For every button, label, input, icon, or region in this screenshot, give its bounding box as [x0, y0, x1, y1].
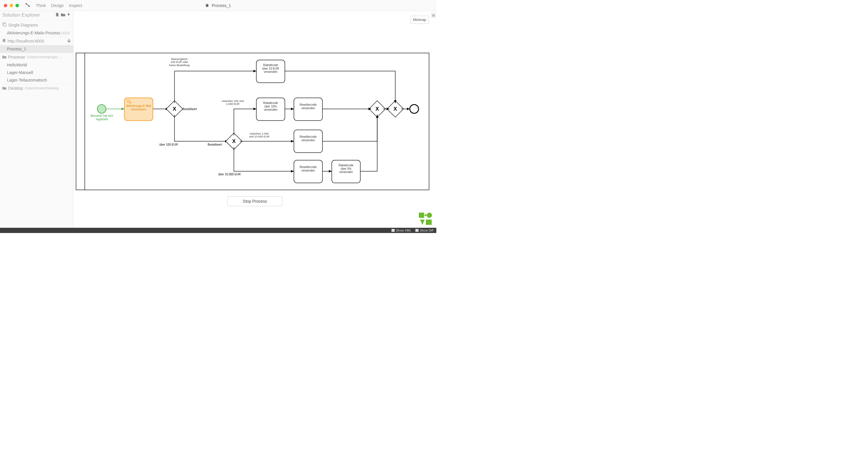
section-label: http://localhost:8000	[7, 39, 44, 43]
section-label: Desktop	[8, 86, 23, 91]
svg-text:X: X	[173, 106, 176, 112]
section-label: Single Diagrams	[8, 23, 38, 27]
end-event[interactable]	[410, 104, 418, 113]
app-icon	[25, 3, 31, 8]
start-event[interactable]	[97, 104, 106, 113]
sidebar-item-label: Process_1	[7, 46, 26, 51]
sidebar-section-single-diagrams[interactable]: Single Diagrams	[0, 21, 73, 29]
diff-icon	[415, 229, 418, 232]
menu-design[interactable]: Design	[51, 3, 64, 8]
task-label: Resellercode versenden	[295, 103, 321, 110]
gateway-bestellwert-1[interactable]: X	[166, 101, 183, 117]
task-label: Rabattcode über 5% versenden	[333, 164, 359, 174]
sidebar-section-prozesse[interactable]: Prozesse /Users/rrrene/projects/pe…	[0, 53, 73, 61]
svg-point-2	[206, 4, 209, 5]
editor-canvas-area[interactable]: ▤ Minimap Benutzer hat sich registriert …	[73, 11, 436, 228]
section-label: Prozesse	[8, 55, 25, 59]
task-label: Aktivierungs-E-Mail verschicken	[126, 104, 152, 111]
minimap-toggle[interactable]: Minimap	[410, 16, 429, 24]
svg-rect-5	[3, 24, 6, 26]
sidebar-item-helloworld[interactable]: HelloWorld	[0, 61, 73, 69]
sidebar-section-desktop[interactable]: Desktop /Users/rrrene/Desktop	[0, 84, 73, 92]
task-label: Resellercode versenden	[295, 135, 321, 142]
open-folder-icon[interactable]	[61, 13, 65, 18]
svg-rect-26	[415, 229, 418, 232]
flow[interactable]	[234, 147, 294, 171]
database-icon	[205, 3, 210, 8]
condition-label: zwischen 100 und 1.000 EUR	[218, 100, 247, 106]
window-controls	[0, 4, 19, 7]
svg-rect-20	[419, 213, 424, 218]
new-file-icon[interactable]	[55, 13, 59, 18]
sidebar-item-lager-teilautomatisch[interactable]: Lager-Teilautomatisch	[0, 76, 73, 84]
plug-icon[interactable]	[67, 13, 70, 18]
svg-rect-24	[425, 221, 426, 222]
condition-label: über 10.000 EUR	[218, 173, 241, 176]
database-icon	[2, 39, 6, 43]
xml-icon	[392, 229, 395, 232]
brand-logo	[419, 213, 433, 225]
close-window-button[interactable]	[4, 4, 7, 7]
sidebar-item-meta: /2019	[61, 31, 70, 35]
section-meta: /Users/rrrene/Desktop	[25, 86, 59, 90]
sidebar-item-label: Lager-Teilautomatisch	[7, 78, 47, 83]
sidebar-item-process-1[interactable]: Process_1	[0, 45, 73, 53]
menu-bar: Think Design Inspect	[36, 3, 82, 8]
status-bar: Show XML Show Diff	[0, 228, 436, 233]
folder-icon	[2, 86, 6, 91]
menu-think[interactable]: Think	[36, 3, 46, 8]
titlebar: Think Design Inspect Process_1	[0, 0, 436, 11]
bpmn-canvas[interactable]: Benutzer hat sich registriert Aktivierun…	[74, 52, 431, 192]
svg-rect-7	[68, 40, 70, 42]
svg-rect-8	[76, 53, 429, 190]
stop-process-button[interactable]: Stop Process	[227, 196, 282, 206]
minimize-window-button[interactable]	[10, 4, 13, 7]
gateway-bestellwert-2[interactable]: X	[226, 133, 242, 150]
svg-text:X: X	[232, 138, 236, 144]
start-event-label: Benutzer hat sich registriert	[89, 114, 115, 121]
flow[interactable]	[175, 71, 256, 103]
collapse-panel-icon[interactable]: ▤	[431, 13, 436, 18]
svg-point-21	[427, 213, 432, 218]
gateway-merge-1[interactable]: X	[369, 101, 386, 117]
folder-icon	[2, 55, 6, 59]
sidebar-header: Solution Explorer	[0, 11, 73, 21]
sidebar-item-label: HelloWorld	[7, 63, 27, 67]
sidebar-item-lager-manuell[interactable]: Lager-Manuell	[0, 69, 73, 76]
gateway-label: Bestellwert	[183, 107, 197, 111]
gateway-label: Bestellwert	[208, 143, 222, 146]
svg-point-3	[206, 4, 209, 5]
task-label: Resellercode versenden	[295, 165, 321, 172]
section-meta: /Users/rrrene/projects/pe…	[27, 55, 62, 59]
condition-label: kleiner/gleich 100 EUR oder keine Bestel…	[166, 58, 192, 67]
svg-text:X: X	[375, 106, 379, 112]
menu-inspect[interactable]: Inspect	[69, 3, 82, 8]
flow[interactable]	[234, 109, 256, 135]
sidebar-item-aktivierungs[interactable]: Aktivierungs-E-Mails-Prozess/2019	[0, 29, 73, 37]
task-label: Rabattcode über 10 EUR versenden	[257, 63, 284, 74]
svg-text:X: X	[394, 106, 397, 112]
condition-label: zwischen 1.000 und 10.000 EUR	[243, 132, 275, 138]
sidebar-item-label: Lager-Manuell	[7, 70, 33, 75]
show-diff-button[interactable]: Show Diff	[415, 229, 433, 232]
sidebar-item-label: Aktivierungs-E-Mails-Prozess	[7, 31, 60, 35]
task-label: Rabattcode über 10% versenden	[257, 101, 284, 112]
gateway-merge-2[interactable]: X	[387, 101, 404, 117]
flow[interactable]	[360, 115, 377, 171]
show-xml-button[interactable]: Show XML	[392, 229, 411, 232]
zoom-window-button[interactable]	[16, 4, 19, 7]
svg-rect-22	[426, 220, 432, 225]
svg-rect-23	[425, 214, 427, 216]
svg-rect-25	[392, 229, 395, 232]
stack-icon	[2, 23, 6, 27]
sidebar-title: Solution Explorer	[2, 12, 40, 18]
sidebar-section-localhost[interactable]: http://localhost:8000	[0, 37, 73, 45]
flow[interactable]	[175, 115, 228, 141]
condition-label: über 100 EUR	[159, 143, 178, 146]
sidebar: Solution Explorer Single Diagrams Aktivi…	[0, 11, 73, 228]
flow[interactable]	[322, 115, 377, 141]
unlock-icon[interactable]	[67, 39, 71, 43]
